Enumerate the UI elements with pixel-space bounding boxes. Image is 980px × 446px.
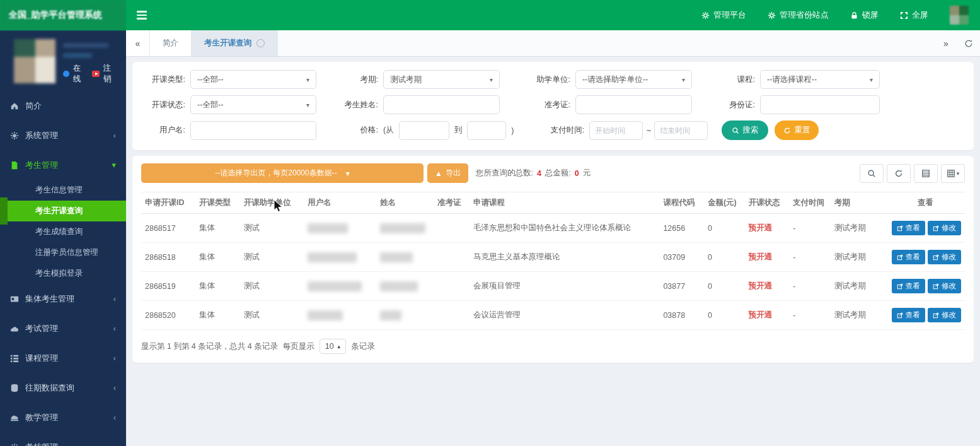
sidebar-item-candidate-info[interactable]: 考生信息管理 [0,180,126,201]
nav-manage-province-site[interactable]: 管理省份站点 [768,9,829,21]
search-button[interactable]: 搜索 [722,120,768,140]
database-icon [10,384,19,392]
results-panel: --请选择导出页，每页20000条数据-- ▾ ▲ 导出 您所查询的总数: 4 … [132,156,974,363]
tab-refresh-button[interactable] [957,30,980,56]
price-to-input[interactable] [467,121,506,140]
aid-unit-select[interactable]: --请选择助学单位-- ▾ [575,70,692,89]
tabs-scroll-right-button[interactable]: » [935,30,957,56]
sidebar-menu: 简介 系统管理 ‹ 考生管理 ▾ 考生信息管理 考生开课查询 考生成绩查询 注册… [0,91,126,446]
admission-ticket-label: 准考证: [525,100,570,110]
modify-button[interactable]: 修改 [928,279,961,293]
price-open-paren: (从 [383,125,394,136]
col-admission-ticket[interactable]: 准考证 [434,192,470,214]
navbar-right: 管理平台 管理省份站点 锁屏 全屏 [701,0,980,30]
modify-button[interactable]: 修改 [928,308,961,322]
id-card-input[interactable] [760,95,880,114]
sidebar-toggle-button[interactable] [126,0,158,30]
col-status[interactable]: 开课状态 [745,192,790,214]
modify-button[interactable]: 修改 [928,250,961,264]
sidebar-item-course-open-query[interactable]: 考生开课查询 [0,201,126,221]
view-button[interactable]: 查看 [892,221,925,235]
sidebar-item-exam-mgmt[interactable]: 考试管理 ‹ [0,314,126,343]
view-button[interactable]: 查看 [892,308,925,322]
course-label: 课程: [725,74,755,85]
list-view-icon [921,169,930,178]
col-amount[interactable]: 金额(元) [704,192,745,214]
col-course-code[interactable]: 课程代码 [659,192,704,214]
sidebar-item-course-mgmt[interactable]: 课程管理 ‹ [0,343,126,373]
sidebar-item-score-query[interactable]: 考生成绩查询 [0,221,126,242]
aid-unit-label: 助学单位: [525,74,570,85]
sidebar-item-teaching-mgmt[interactable]: 教学管理 ‹ [0,402,126,432]
reset-icon [783,127,791,134]
caret-down-icon: ▾ [490,76,493,83]
col-pay-time[interactable]: 支付时间 [789,192,830,214]
tab-intro[interactable]: 简介 [150,30,192,56]
total-count: 4 [537,169,541,178]
pay-time-end-input[interactable] [654,121,708,140]
pay-time-start-input[interactable] [589,121,643,140]
sidebar-item-candidate-mgmt[interactable]: 考生管理 ▾ [0,150,126,180]
table-search-button[interactable] [860,164,884,183]
chevron-left-icon: ‹ [113,131,116,140]
username-input[interactable] [190,121,316,140]
tab-close-icon[interactable] [257,39,265,47]
nav-lock-screen[interactable]: 锁屏 [850,9,879,21]
sidebar-item-registered-student-info[interactable]: 注册学员信息管理 [0,242,126,263]
course-select[interactable]: --请选择课程-- ▾ [760,70,880,89]
open-type-select[interactable]: --全部-- ▾ [190,70,316,89]
table-row: 2868517 集体 测试 毛泽东思想和中国特色社会主义理论体系概论 12656… [141,214,965,243]
sidebar-item-system-mgmt[interactable]: 系统管理 ‹ [0,120,126,150]
candidate-name-label: 考生姓名: [340,100,378,110]
edit-icon [897,225,903,232]
sidebar-item-past-data-query[interactable]: 往期数据查询 ‹ [0,373,126,402]
sidebar-item-intro[interactable]: 简介 [0,91,126,120]
page-size-select[interactable]: 10 ▴ [320,339,346,354]
chevron-left-icon: ‹ [113,294,116,303]
col-name[interactable]: 姓名 [376,192,434,214]
redacted-username [308,310,343,320]
export-page-select[interactable]: --请选择导出页，每页20000条数据-- ▾ [141,163,424,183]
pagination-info: 显示第 1 到第 4 条记录，总共 4 条记录 [141,341,278,352]
user-avatar[interactable] [950,6,969,25]
candidate-name-input[interactable] [383,95,500,114]
logout-link[interactable]: 注销 [103,63,118,85]
col-open-type[interactable]: 开课类型 [195,192,240,214]
price-from-input[interactable] [399,121,449,140]
col-course[interactable]: 申请课程 [470,192,659,214]
logout-icon [92,71,100,77]
view-button[interactable]: 查看 [892,250,925,264]
columns-button[interactable]: ▾ [941,164,965,183]
nav-manage-platform[interactable]: 管理平台 [701,9,746,21]
caret-down-icon: ▾ [346,169,350,178]
nav-fullscreen[interactable]: 全屏 [900,9,928,21]
col-apply-id[interactable]: 申请开课ID [141,192,195,214]
table-refresh-button[interactable] [887,164,911,183]
caret-down-icon: ▾ [682,76,685,83]
col-view: 查看 [885,192,965,214]
open-status-select[interactable]: --全部-- ▾ [190,95,316,114]
table-row: 2868518 集体 测试 马克思主义基本原理概论 03709 0 预开通 - … [141,243,965,272]
view-button[interactable]: 查看 [892,279,925,293]
tab-course-open-query[interactable]: 考生开课查询 [192,30,278,56]
sidebar-item-simulated-login[interactable]: 考生模拟登录 [0,263,126,284]
exam-period-select[interactable]: 测试考期 ▾ [383,70,500,89]
edit-icon [933,283,939,290]
nav-manage-province-site-label: 管理省份站点 [780,9,829,21]
export-button[interactable]: ▲ 导出 [427,163,468,183]
modify-button[interactable]: 修改 [928,221,961,235]
redacted-username [308,252,357,262]
redacted-name [380,281,418,291]
exam-icon [10,324,19,333]
refresh-icon [894,169,903,178]
tabs-scroll-left-button[interactable]: « [126,30,150,56]
admission-ticket-input[interactable] [575,95,692,114]
sidebar-item-assessment-mgmt[interactable]: 考核管理 ‹ [0,432,126,446]
toggle-view-button[interactable] [914,164,938,183]
col-username[interactable]: 用户名 [304,192,376,214]
sidebar-item-group-candidate-mgmt[interactable]: 集体考生管理 ‹ [0,284,126,314]
col-period[interactable]: 考期 [831,192,886,214]
col-aid-unit[interactable]: 开课助学单位 [240,192,304,214]
reset-button[interactable]: 重置 [775,120,819,140]
home-icon [10,102,19,110]
